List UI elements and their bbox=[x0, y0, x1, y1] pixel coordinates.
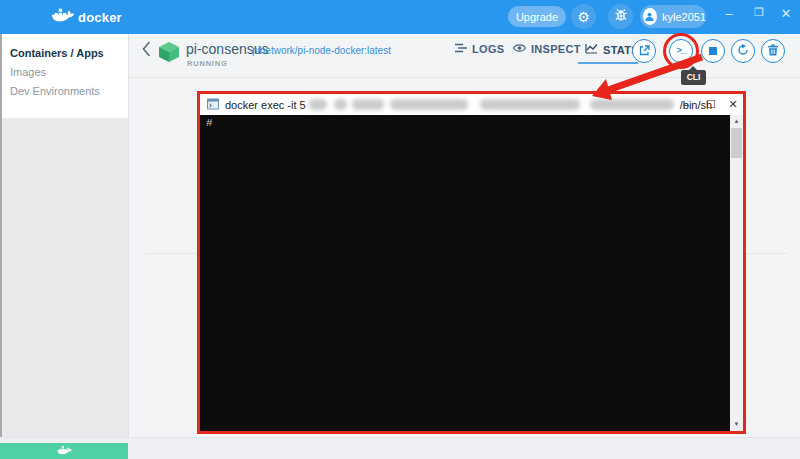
back-button[interactable] bbox=[142, 41, 151, 62]
tab-logs-label: LOGS bbox=[472, 43, 504, 55]
window-close-button[interactable]: ✕ bbox=[777, 6, 795, 21]
restart-button[interactable] bbox=[731, 39, 755, 63]
container-cube-icon bbox=[158, 41, 180, 67]
sidebar-item-images[interactable]: Images bbox=[10, 66, 126, 78]
troubleshoot-button[interactable] bbox=[608, 4, 633, 29]
terminal-scrollbar[interactable]: ▲ ▼ bbox=[730, 115, 743, 431]
cli-tooltip: CLI bbox=[681, 70, 706, 85]
terminal-close-button[interactable]: ✕ bbox=[722, 94, 744, 115]
username-label: kyle2051 bbox=[662, 11, 706, 23]
avatar bbox=[643, 8, 657, 25]
sidebar-item-containers-apps[interactable]: Containers / Apps bbox=[10, 47, 126, 59]
logs-icon bbox=[455, 43, 467, 55]
cmd-window-icon bbox=[207, 96, 219, 114]
docker-status-indicator[interactable] bbox=[0, 443, 128, 459]
window-minimize-button[interactable]: – bbox=[720, 6, 738, 21]
upgrade-button[interactable]: Upgrade bbox=[508, 6, 566, 27]
terminal-screen[interactable] bbox=[200, 115, 730, 431]
redacted-blur bbox=[390, 99, 468, 110]
scrollbar-thumb[interactable] bbox=[731, 128, 742, 158]
window-maximize-button[interactable]: ❐ bbox=[750, 6, 768, 19]
bug-icon bbox=[614, 8, 628, 26]
eye-icon bbox=[513, 43, 526, 55]
redacted-blur bbox=[352, 99, 384, 110]
docker-logo: docker bbox=[52, 7, 122, 27]
settings-button[interactable]: ⚙ bbox=[571, 4, 596, 29]
terminal-title-prefix: docker exec -it 5 bbox=[225, 99, 306, 111]
whale-status-icon bbox=[57, 442, 72, 459]
sidebar-divider bbox=[128, 34, 129, 443]
redacted-blur bbox=[334, 99, 347, 110]
restart-icon bbox=[737, 44, 749, 59]
terminal-prompt: # bbox=[206, 117, 213, 129]
image-link[interactable]: pinetwork/pi-node-docker:latest bbox=[252, 45, 391, 56]
scroll-down-icon[interactable]: ▼ bbox=[730, 418, 743, 431]
redacted-blur bbox=[309, 99, 327, 110]
trash-icon bbox=[768, 44, 778, 59]
scroll-up-icon[interactable]: ▲ bbox=[730, 115, 743, 128]
sidebar-item-dev-environments[interactable]: Dev Environments bbox=[10, 85, 126, 97]
delete-button[interactable] bbox=[761, 39, 785, 63]
status-badge: RUNNING bbox=[187, 59, 228, 68]
docker-whale-icon bbox=[52, 7, 74, 28]
logo-text: docker bbox=[78, 10, 122, 25]
user-account-button[interactable]: kyle2051 bbox=[640, 5, 706, 28]
gear-icon: ⚙ bbox=[577, 9, 590, 25]
tab-logs[interactable]: LOGS bbox=[455, 43, 504, 55]
